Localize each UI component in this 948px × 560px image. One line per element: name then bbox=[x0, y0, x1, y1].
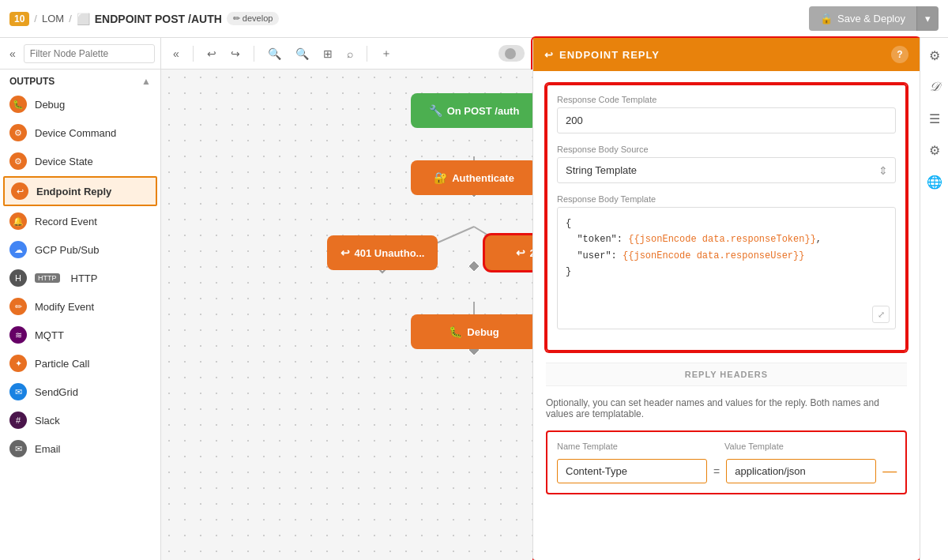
search-canvas-button[interactable]: ⌕ bbox=[343, 45, 357, 62]
save-deploy-dropdown-button[interactable]: ▾ bbox=[916, 6, 939, 31]
globe-icon-button[interactable]: 🌐 bbox=[924, 171, 946, 193]
debug-node-label: Debug bbox=[467, 326, 498, 338]
sidebar-item-particle-call[interactable]: ✦Particle Call bbox=[0, 349, 160, 378]
canvas-collapse-button[interactable]: « bbox=[169, 45, 183, 62]
canvas-node-401-unautho[interactable]: ↩401 Unautho... bbox=[327, 235, 438, 270]
header-delete-button[interactable]: — bbox=[882, 463, 897, 479]
sidebar-item-device-state[interactable]: ⚙Device State bbox=[0, 147, 160, 175]
response-body-source-select[interactable]: String Template Payload None bbox=[557, 157, 896, 183]
sidebar-item-endpoint-reply[interactable]: ↩Endpoint Reply bbox=[3, 176, 157, 206]
sidebar-item-modify-event[interactable]: ✏Modify Event bbox=[0, 292, 160, 321]
record-event-icon: 🔔 bbox=[9, 212, 27, 230]
http-label: HTTP bbox=[71, 272, 98, 284]
header-value-label: Value Template bbox=[724, 442, 896, 451]
gcp-pubsub-label: GCP Pub/Sub bbox=[35, 244, 99, 256]
sidebar-item-mqtt[interactable]: ≋MQTT bbox=[0, 321, 160, 349]
header-value-label-container: Value Template bbox=[724, 442, 896, 454]
sidebar-item-debug[interactable]: 🐛Debug bbox=[0, 90, 160, 118]
settings-icon-button[interactable]: ⚙ bbox=[924, 44, 946, 66]
sidebar-item-sendgrid[interactable]: ✉SendGrid bbox=[0, 378, 160, 406]
slack-icon: # bbox=[9, 412, 27, 429]
right-panel: ↩ ENDPOINT REPLY ? Response Code Templat… bbox=[532, 38, 920, 560]
header-row: = — bbox=[557, 459, 896, 483]
canvas-toggle[interactable] bbox=[498, 45, 525, 61]
sep1: / bbox=[34, 13, 37, 24]
debug-node-icon: 🐛 bbox=[449, 325, 462, 338]
filter-node-palette-input[interactable] bbox=[24, 44, 155, 63]
sidebar-item-gcp-pubsub[interactable]: ☁GCP Pub/Sub bbox=[0, 235, 160, 264]
mqtt-label: MQTT bbox=[35, 329, 64, 341]
toolbar-sep-3 bbox=[367, 46, 367, 62]
sidebar-item-device-command[interactable]: ⚙Device Command bbox=[0, 118, 160, 147]
gear2-icon-button[interactable]: ⚙ bbox=[924, 139, 946, 161]
redo-button[interactable]: ↪ bbox=[227, 45, 244, 62]
slack-label: Slack bbox=[35, 415, 60, 427]
topbar-right: 🔒 Save & Deploy ▾ bbox=[809, 6, 939, 31]
code-display[interactable]: { "token": {{jsonEncode data.responseTok… bbox=[557, 207, 896, 329]
canvas-node-debug[interactable]: 🐛Debug bbox=[411, 314, 532, 349]
fit-button[interactable]: ⊞ bbox=[319, 45, 337, 62]
canvas-node-authenticate[interactable]: 🔐Authenticate bbox=[411, 160, 532, 195]
response-body-template-group: Response Body Template { "token": {{json… bbox=[557, 194, 896, 329]
add-node-button[interactable]: ＋ bbox=[377, 44, 396, 63]
endpoint-icon: ⬜ bbox=[77, 13, 90, 25]
header-row-highlighted: Name Template Value Template = — bbox=[546, 430, 907, 494]
sidebar-item-http[interactable]: HHTTPHTTP bbox=[0, 264, 160, 292]
canvas-area[interactable]: 🔧On POST /auth🔐Authenticate↩401 Unautho.… bbox=[161, 70, 532, 560]
authenticate-node-label: Authenticate bbox=[452, 172, 514, 184]
device-state-label: Device State bbox=[35, 156, 93, 167]
gcp-pubsub-icon: ☁ bbox=[9, 241, 27, 258]
canvas-node-200-ok[interactable]: ↩200 OK bbox=[485, 235, 532, 270]
200-ok-node-icon: ↩ bbox=[516, 246, 525, 259]
data-icon-button[interactable]: 𝒟 bbox=[924, 76, 946, 98]
sendgrid-icon: ✉ bbox=[9, 383, 27, 400]
sidebar-item-slack[interactable]: #Slack bbox=[0, 406, 160, 434]
header-labels-row: Name Template Value Template bbox=[557, 442, 896, 454]
zoom-out-button[interactable]: 🔍 bbox=[264, 45, 285, 62]
sidebar-item-record-event[interactable]: 🔔Record Event bbox=[0, 207, 160, 235]
topbar-left: 10 / LOM / ⬜ ENDPOINT POST /AUTH ✏ devel… bbox=[9, 12, 279, 26]
sidebar-items-list: 🐛Debug⚙Device Command⚙Device State↩Endpo… bbox=[0, 90, 160, 463]
200-ok-node-label: 200 OK bbox=[530, 247, 532, 259]
branch-label[interactable]: ✏ develop bbox=[227, 12, 280, 25]
toolbar-sep-2 bbox=[254, 46, 254, 62]
sidebar-section-collapse-button[interactable]: ▲ bbox=[141, 76, 151, 87]
response-body-source-label: Response Body Source bbox=[557, 145, 896, 154]
zoom-in-button[interactable]: 🔍 bbox=[292, 45, 313, 62]
device-command-label: Device Command bbox=[35, 127, 116, 139]
debug-label: Debug bbox=[35, 99, 65, 111]
header-name-label: Name Template bbox=[557, 442, 715, 451]
particle-call-label: Particle Call bbox=[35, 358, 89, 370]
sidebar-section-outputs: Outputs ▲ bbox=[0, 70, 160, 90]
textarea-expand-button[interactable]: ⤢ bbox=[872, 306, 890, 323]
workspace-name: LOM bbox=[42, 13, 64, 24]
right-icon-panel: ⚙ 𝒟 ☰ ⚙ 🌐 bbox=[920, 38, 948, 560]
mqtt-icon: ≋ bbox=[9, 326, 27, 344]
sidebar-collapse-button[interactable]: « bbox=[6, 46, 19, 62]
device-state-icon: ⚙ bbox=[9, 152, 27, 170]
response-code-input[interactable] bbox=[557, 107, 896, 133]
header-value-input[interactable] bbox=[726, 459, 876, 483]
header-name-input[interactable] bbox=[557, 459, 707, 483]
sidebar-item-email[interactable]: ✉Email bbox=[0, 434, 160, 463]
canvas-node-on-post-auth[interactable]: 🔧On POST /auth bbox=[411, 93, 532, 128]
help-button[interactable]: ? bbox=[891, 46, 908, 63]
response-code-label: Response Code Template bbox=[557, 95, 896, 104]
undo-button[interactable]: ↩ bbox=[203, 45, 220, 62]
save-deploy-button[interactable]: 🔒 Save & Deploy bbox=[809, 6, 916, 31]
reply-headers-divider: REPLY HEADERS bbox=[546, 363, 907, 386]
stack-icon-button[interactable]: ☰ bbox=[924, 107, 946, 130]
particle-call-icon: ✦ bbox=[9, 355, 27, 372]
http-icon: H bbox=[9, 269, 27, 287]
sep2: / bbox=[69, 13, 72, 24]
endpoint-label: ENDPOINT POST /AUTH bbox=[95, 13, 222, 25]
401-unautho-node-icon: ↩ bbox=[340, 246, 350, 259]
lock-icon: 🔒 bbox=[820, 13, 833, 24]
email-icon: ✉ bbox=[9, 440, 27, 457]
right-panel-header: ↩ ENDPOINT REPLY ? bbox=[533, 38, 920, 71]
sendgrid-label: SendGrid bbox=[35, 386, 78, 398]
authenticate-node-icon: 🔐 bbox=[434, 171, 447, 184]
response-section-highlighted: Response Code Template Response Body Sou… bbox=[546, 84, 907, 351]
http-badge: HTTP bbox=[35, 273, 60, 283]
endpoint-reply-icon: ↩ bbox=[544, 49, 553, 61]
